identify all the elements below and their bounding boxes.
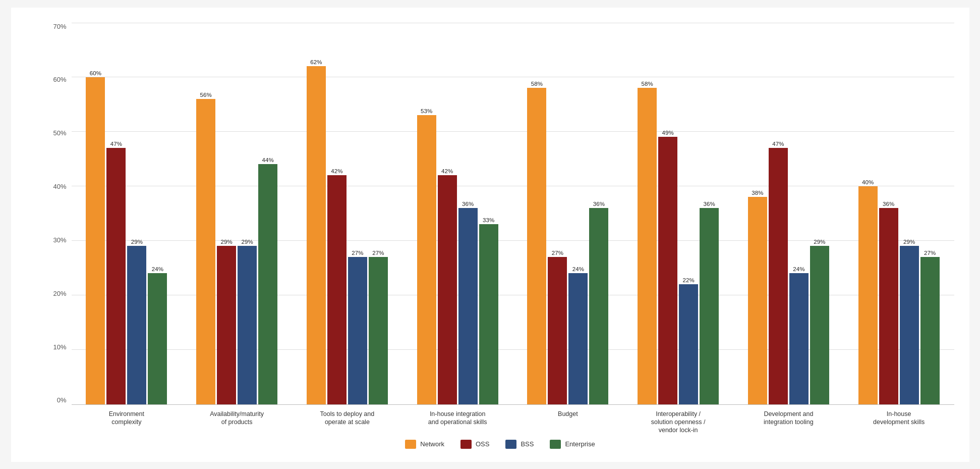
bar-wrap: 58% (638, 23, 657, 404)
legend-item: BSS (505, 440, 534, 449)
y-axis: 70%60%50%40%30%20%10%0% (46, 23, 72, 435)
bar-value-label: 60% (90, 70, 101, 76)
bar-rect (527, 88, 546, 404)
bar-wrap: 44% (258, 23, 277, 404)
bar-value-label: 36% (704, 201, 715, 207)
bar-rect (458, 208, 478, 404)
bar-wrap: 56% (196, 23, 215, 404)
bar-value-label: 27% (924, 250, 936, 256)
bar-wrap: 36% (700, 23, 719, 404)
legend-label: BSS (521, 440, 534, 448)
x-labels: EnvironmentcomplexityAvailability/maturi… (72, 408, 954, 435)
legend-label: Network (420, 440, 444, 448)
bar-rect (327, 175, 347, 404)
bar-rect (679, 284, 698, 404)
bars-row: 60%47%29%24% (82, 23, 171, 404)
bar-wrap: 62% (307, 23, 326, 404)
bar-rect (879, 208, 898, 404)
bar-value-label: 36% (462, 201, 474, 207)
bar-wrap: 29% (127, 23, 146, 404)
x-axis-label: Tools to deploy andoperate at scale (292, 408, 402, 435)
bar-wrap: 24% (148, 23, 167, 404)
bar-value-label: 24% (152, 266, 163, 272)
bar-wrap: 38% (748, 23, 767, 404)
bar-wrap: 40% (858, 23, 878, 404)
bar-value-label: 58% (642, 81, 653, 87)
y-axis-label: 20% (53, 290, 66, 297)
bars-row: 58%27%24%36% (523, 23, 612, 404)
bar-group: 58%49%22%36% (623, 23, 733, 404)
bar-value-label: 24% (572, 266, 584, 272)
bars-row: 56%29%29%44% (192, 23, 281, 404)
bar-rect (479, 224, 498, 404)
bar-wrap: 36% (589, 23, 608, 404)
bar-rect (307, 66, 326, 404)
bar-wrap: 27% (369, 23, 388, 404)
bar-rect (238, 246, 257, 404)
bar-rect (748, 197, 767, 404)
bar-rect (417, 115, 436, 404)
legend-item: OSS (460, 440, 489, 449)
bar-rect (589, 208, 608, 404)
chart-container: 70%60%50%40%30%20%10%0% 60%47%29%24%56%2… (11, 8, 969, 462)
chart-area: 70%60%50%40%30%20%10%0% 60%47%29%24%56%2… (46, 23, 954, 435)
bar-rect (258, 164, 277, 404)
bar-rect (638, 88, 657, 404)
bar-value-label: 53% (421, 108, 432, 114)
bar-rect (348, 257, 367, 404)
bar-group: 38%47%24%29% (733, 23, 844, 404)
x-axis-label: Interoperability /solution openness /ven… (623, 408, 733, 435)
bar-wrap: 58% (527, 23, 546, 404)
bars-row: 40%36%29%27% (854, 23, 944, 404)
bar-value-label: 27% (352, 250, 363, 256)
bar-value-label: 62% (310, 59, 322, 65)
chart-inner: 60%47%29%24%56%29%29%44%62%42%27%27%53%4… (72, 23, 954, 435)
bar-wrap: 36% (458, 23, 478, 404)
bar-rect (369, 257, 388, 404)
bar-wrap: 47% (769, 23, 788, 404)
bars-row: 38%47%24%29% (744, 23, 833, 404)
bars-area: 60%47%29%24%56%29%29%44%62%42%27%27%53%4… (72, 23, 954, 405)
bar-value-label: 29% (903, 239, 915, 245)
x-axis-label: Budget (513, 408, 623, 435)
bar-rect (700, 208, 719, 404)
bar-wrap: 29% (238, 23, 257, 404)
y-axis-label: 10% (53, 343, 66, 351)
x-axis-label: In-house integrationand operational skil… (402, 408, 513, 435)
x-axis-label: Environmentcomplexity (72, 408, 182, 435)
bar-value-label: 56% (200, 92, 212, 98)
bar-wrap: 60% (86, 23, 105, 404)
bar-value-label: 49% (662, 130, 674, 136)
bars-row: 58%49%22%36% (633, 23, 723, 404)
bar-rect (217, 246, 236, 404)
bar-wrap: 22% (679, 23, 698, 404)
x-axis-label: Development andintegration tooling (733, 408, 844, 435)
bar-rect (858, 186, 878, 404)
bar-rect (548, 257, 567, 404)
bar-rect (86, 77, 105, 404)
bar-rect (196, 99, 215, 404)
bar-value-label: 29% (242, 239, 253, 245)
x-axis-label: In-housedevelopment skills (844, 408, 954, 435)
bar-wrap: 27% (920, 23, 940, 404)
legend-swatch (460, 440, 472, 449)
bar-rect (438, 175, 457, 404)
bar-rect (920, 257, 940, 404)
x-axis-label: Availability/maturityof products (182, 408, 292, 435)
y-axis-label: 70% (53, 23, 66, 30)
legend-swatch (405, 440, 416, 449)
bar-value-label: 47% (772, 141, 784, 147)
bar-value-label: 27% (552, 250, 563, 256)
legend-swatch (550, 440, 561, 449)
bar-wrap: 33% (479, 23, 498, 404)
legend-label: Enterprise (565, 440, 595, 448)
bar-value-label: 36% (883, 201, 894, 207)
bar-wrap: 29% (810, 23, 829, 404)
legend-item: Enterprise (550, 440, 595, 449)
bar-value-label: 42% (441, 168, 453, 174)
bar-value-label: 29% (221, 239, 233, 245)
bar-value-label: 38% (752, 190, 763, 196)
bar-value-label: 40% (862, 179, 874, 185)
bar-wrap: 36% (879, 23, 898, 404)
legend-item: Network (405, 440, 444, 449)
